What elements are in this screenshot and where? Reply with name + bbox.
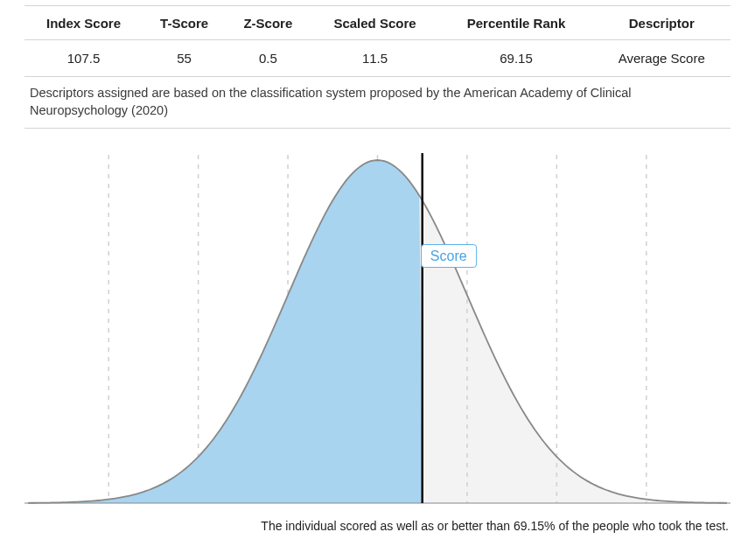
th-index-score: Index Score (24, 6, 143, 40)
table-row: 107.5 55 0.5 11.5 69.15 Average Score (24, 40, 731, 77)
score-table: Index Score T-Score Z-Score Scaled Score… (24, 5, 731, 129)
cell-z-score: 0.5 (226, 40, 310, 77)
th-z-score: Z-Score (226, 6, 310, 40)
cell-percentile-rank: 69.15 (440, 40, 593, 77)
table-footnote-row: Descriptors assigned are based on the cl… (24, 77, 731, 129)
cell-t-score: 55 (143, 40, 226, 77)
th-descriptor: Descriptor (593, 6, 731, 40)
bell-curve-chart: Score (24, 148, 731, 514)
bell-curve-svg (24, 148, 731, 514)
table-header-row: Index Score T-Score Z-Score Scaled Score… (24, 6, 731, 40)
cell-scaled-score: 11.5 (311, 40, 440, 77)
interpretation-text: The individual scored as well as or bett… (24, 519, 731, 533)
cell-descriptor: Average Score (593, 40, 731, 77)
shaded-percentile-area (28, 160, 423, 503)
table-footnote: Descriptors assigned are based on the cl… (24, 77, 731, 129)
cell-index-score: 107.5 (24, 40, 143, 77)
score-marker-label: Score (421, 244, 477, 268)
th-t-score: T-Score (143, 6, 226, 40)
th-scaled-score: Scaled Score (311, 6, 440, 40)
th-percentile-rank: Percentile Rank (440, 6, 593, 40)
